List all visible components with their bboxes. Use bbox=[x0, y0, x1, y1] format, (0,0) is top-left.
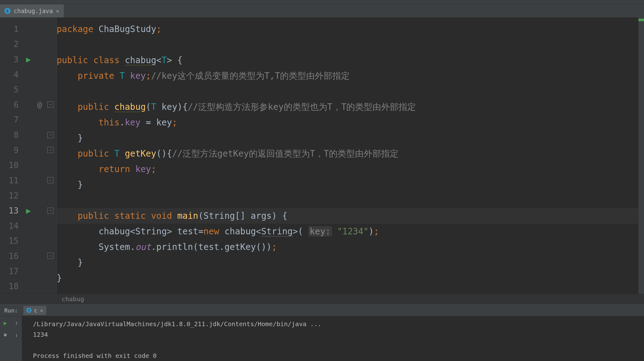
close-icon[interactable]: × bbox=[56, 8, 59, 14]
line-number: 2 bbox=[0, 39, 22, 49]
file-tab-label: chabug.java bbox=[14, 7, 53, 14]
close-icon[interactable]: × bbox=[40, 307, 43, 314]
line-number: 5 bbox=[0, 85, 22, 94]
run-gutter-icon[interactable]: ▶ bbox=[22, 206, 35, 215]
fold-gutter[interactable]: − bbox=[44, 147, 56, 153]
line-number: 6 bbox=[0, 100, 22, 110]
gutter-row: 11− bbox=[0, 173, 56, 188]
line-number: 10 bbox=[0, 160, 22, 170]
code-content[interactable]: package ChaBugStudy;public class chabug<… bbox=[57, 17, 638, 294]
gutter-row: 15 bbox=[0, 233, 56, 249]
gutter-row: 6@− bbox=[0, 97, 56, 112]
top-strip bbox=[0, 0, 644, 4]
code-line[interactable]: } bbox=[57, 270, 638, 286]
inspection-ok-mark bbox=[638, 19, 644, 21]
rerun-button[interactable]: ▶ bbox=[2, 319, 9, 326]
override-gutter-icon[interactable]: @ bbox=[35, 100, 44, 109]
scroll-up-button[interactable]: ↑ bbox=[13, 319, 20, 326]
line-number: 3 bbox=[0, 54, 22, 64]
code-line[interactable]: private T key;//key这个成员变量的类型为T,T的类型由外部指定 bbox=[57, 68, 638, 84]
code-line[interactable]: } bbox=[57, 177, 638, 193]
line-number: 17 bbox=[0, 266, 22, 276]
editor-area: 123▶456@−78−9−1011−1213▶−141516−1718 pac… bbox=[0, 17, 644, 294]
editor-gutter: 123▶456@−78−9−1011−1213▶−141516−1718 bbox=[0, 17, 57, 294]
gutter-row: 2 bbox=[0, 37, 56, 52]
line-number: 16 bbox=[0, 251, 22, 261]
gutter-row: 16− bbox=[0, 248, 56, 264]
line-number: 7 bbox=[0, 115, 22, 124]
line-number: 11 bbox=[0, 176, 22, 185]
gutter-row: 18 bbox=[0, 279, 56, 294]
gutter-row: 8− bbox=[0, 127, 56, 143]
code-line[interactable]: public static void main(String[] args) { bbox=[57, 208, 638, 224]
code-line[interactable]: chabug<String> test=new chabug<String>( … bbox=[57, 224, 638, 239]
code-line[interactable]: } bbox=[57, 255, 638, 270]
console-area: ▶ ↑ ■ ↓ /Library/Java/JavaVirtualMachine… bbox=[0, 316, 644, 361]
line-number: 18 bbox=[0, 281, 22, 291]
code-line[interactable]: public class chabug<T> { bbox=[57, 53, 638, 68]
gutter-row: 10 bbox=[0, 157, 56, 173]
code-line[interactable] bbox=[57, 193, 638, 208]
line-number: 14 bbox=[0, 221, 22, 231]
run-panel-label: Run: bbox=[4, 307, 18, 314]
fold-gutter[interactable]: − bbox=[44, 177, 56, 183]
line-number: 9 bbox=[0, 145, 22, 155]
line-number: 1 bbox=[0, 24, 22, 34]
console-toolbar: ▶ ↑ ■ ↓ bbox=[0, 316, 22, 361]
gutter-row: 4 bbox=[0, 67, 56, 82]
line-number: 13 bbox=[0, 206, 22, 215]
breadcrumb-bar[interactable]: chabug bbox=[0, 294, 644, 304]
java-class-icon: C bbox=[4, 8, 11, 14]
line-number: 12 bbox=[0, 191, 22, 200]
gutter-row: 12 bbox=[0, 188, 56, 203]
code-line[interactable]: package ChaBugStudy; bbox=[57, 21, 638, 37]
code-line[interactable]: this.key = key; bbox=[57, 115, 638, 130]
code-line[interactable] bbox=[57, 286, 638, 294]
gutter-row: 13▶− bbox=[0, 203, 56, 218]
code-line[interactable]: } bbox=[57, 130, 638, 146]
code-line[interactable]: return key; bbox=[57, 162, 638, 177]
run-config-tab[interactable]: C c × bbox=[23, 306, 46, 315]
gutter-row: 7 bbox=[0, 112, 56, 128]
breadcrumb-item[interactable]: chabug bbox=[62, 295, 84, 303]
console-output[interactable]: /Library/Java/JavaVirtualMachines/jdk1.8… bbox=[22, 316, 644, 361]
run-config-icon: C bbox=[26, 308, 31, 313]
fold-gutter[interactable]: − bbox=[44, 253, 56, 259]
run-tool-header: Run: C c × bbox=[0, 304, 644, 316]
run-gutter-icon[interactable]: ▶ bbox=[22, 54, 35, 64]
fold-gutter[interactable]: − bbox=[44, 132, 56, 138]
line-number: 4 bbox=[0, 70, 22, 79]
line-number: 8 bbox=[0, 130, 22, 140]
scroll-down-button[interactable]: ↓ bbox=[13, 331, 20, 338]
gutter-row: 14 bbox=[0, 218, 56, 233]
gutter-row: 17 bbox=[0, 264, 56, 279]
gutter-row: 5 bbox=[0, 82, 56, 97]
code-line[interactable]: public chabug(T key){//泛型构造方法形参key的类型也为T… bbox=[57, 99, 638, 115]
editor-tab-bar: C chabug.java × bbox=[0, 4, 644, 17]
code-line[interactable] bbox=[57, 84, 638, 99]
code-line[interactable] bbox=[57, 37, 638, 53]
file-tab-chabug[interactable]: C chabug.java × bbox=[0, 4, 64, 17]
line-number: 15 bbox=[0, 236, 22, 246]
gutter-row: 1 bbox=[0, 21, 56, 37]
gutter-row: 9− bbox=[0, 143, 56, 158]
code-line[interactable]: System.out.println(test.getKey()); bbox=[57, 239, 638, 255]
stop-button[interactable]: ■ bbox=[2, 331, 9, 338]
gutter-row: 3▶ bbox=[0, 52, 56, 67]
code-line[interactable]: public T getKey(){//泛型方法getKey的返回值类型为T，T… bbox=[57, 146, 638, 162]
run-config-name: c bbox=[34, 307, 37, 314]
fold-gutter[interactable]: − bbox=[44, 101, 56, 108]
fold-gutter[interactable]: − bbox=[44, 208, 56, 214]
right-error-stripe bbox=[638, 17, 644, 294]
